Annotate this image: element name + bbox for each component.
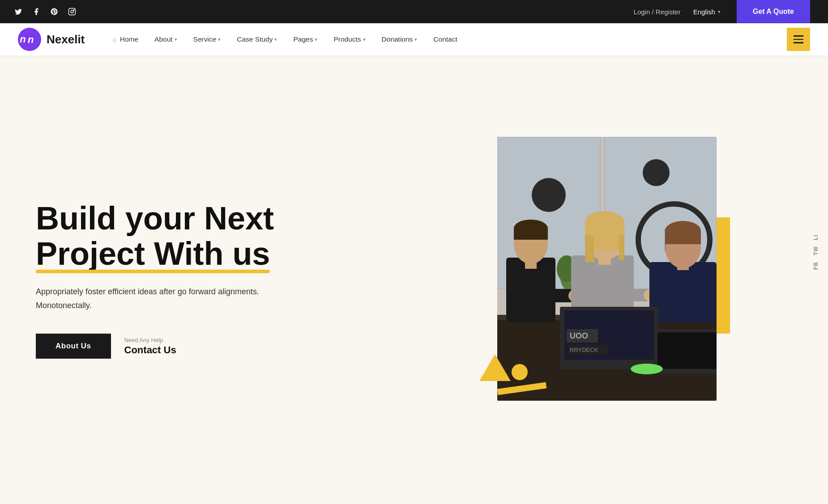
svg-rect-46	[497, 382, 547, 395]
social-icons-group	[13, 7, 77, 17]
hamburger-button[interactable]	[787, 28, 810, 51]
language-chevron-icon: ▾	[718, 9, 721, 15]
svg-marker-45	[479, 354, 511, 381]
contact-group: Need Any Help Contact Us	[124, 337, 176, 356]
facebook-icon[interactable]	[31, 7, 41, 17]
hamburger-line-2	[794, 39, 803, 40]
svg-rect-0	[69, 8, 76, 15]
svg-rect-28	[619, 235, 624, 260]
pages-chevron-icon: ▾	[315, 37, 317, 42]
yellow-bottom-shapes	[479, 345, 551, 401]
service-chevron-icon: ▾	[218, 37, 221, 42]
nav-label-pages: Pages	[293, 35, 313, 43]
donations-chevron-icon: ▾	[414, 37, 417, 42]
hero-subtitle: Appropriately foster efficient ideas aft…	[36, 285, 286, 312]
top-bar-right: Login / Register English ▾ Get A Quote	[634, 0, 810, 23]
svg-point-48	[631, 364, 663, 374]
svg-point-8	[643, 159, 670, 186]
hero-title-project: Project	[36, 236, 145, 271]
svg-point-47	[512, 364, 528, 380]
nav-item-about[interactable]: About ▾	[148, 32, 184, 47]
nav-links: ⌂ Home About ▾ Service ▾ Case Study ▾ Pa…	[106, 32, 787, 47]
get-quote-button[interactable]: Get A Quote	[737, 0, 810, 23]
language-selector[interactable]: English ▾	[693, 8, 721, 16]
login-register-link[interactable]: Login / Register	[634, 8, 681, 16]
svg-text:RRYDECK: RRYDECK	[570, 347, 598, 353]
logo-text: Nexelit	[47, 33, 85, 47]
language-label: English	[693, 8, 715, 16]
instagram-icon[interactable]	[67, 7, 77, 17]
svg-rect-19	[514, 229, 548, 240]
svg-point-1	[71, 10, 73, 13]
about-chevron-icon: ▾	[175, 37, 177, 42]
nav-label-contact: Contact	[433, 35, 457, 43]
products-chevron-icon: ▾	[363, 37, 366, 42]
home-icon: ⌂	[112, 36, 116, 43]
hero-title-withus: With us	[145, 236, 270, 271]
hero-actions: About Us Need Any Help Contact Us	[36, 334, 313, 359]
nav-item-products[interactable]: Products ▾	[327, 32, 371, 47]
hero-title: Build your Next Project With us	[36, 201, 313, 271]
green-oval	[631, 364, 663, 376]
hero-section: Build your Next Project With us Appropri…	[0, 55, 828, 504]
nav-item-donations[interactable]: Donations ▾	[376, 32, 424, 47]
hero-title-line2: Project With us	[36, 236, 270, 271]
hero-left: Build your Next Project With us Appropri…	[36, 201, 313, 359]
svg-rect-32	[649, 262, 717, 322]
sidebar-social: LI TW FB	[813, 234, 819, 270]
nav-item-contact[interactable]: Contact	[427, 32, 463, 47]
casestudy-chevron-icon: ▾	[274, 37, 277, 42]
nav-item-pages[interactable]: Pages ▾	[287, 32, 324, 47]
sidebar-tw-link[interactable]: TW	[813, 246, 819, 256]
twitter-icon[interactable]	[13, 7, 23, 17]
svg-rect-29	[598, 257, 611, 265]
svg-point-7	[532, 178, 566, 212]
svg-text:UOO: UOO	[570, 331, 588, 340]
svg-text:n: n	[28, 34, 34, 45]
sidebar-fb-link[interactable]: FB	[813, 262, 819, 270]
nav-label-service: Service	[193, 35, 217, 43]
hero-image-container: E	[475, 132, 726, 445]
pinterest-icon[interactable]	[49, 7, 59, 17]
svg-rect-20	[525, 260, 537, 269]
nav-label-products: Products	[333, 35, 361, 43]
svg-rect-44	[657, 332, 717, 369]
about-us-button[interactable]: About Us	[36, 334, 111, 359]
nav-label-home: Home	[120, 35, 138, 43]
nav-label-casestudy: Case Study	[237, 35, 273, 43]
hero-title-line1: Build your Next	[36, 200, 274, 236]
sidebar-li-link[interactable]: LI	[813, 234, 819, 240]
hamburger-line-3	[794, 42, 803, 43]
nav-label-about: About	[154, 35, 173, 43]
nav-item-casestudy[interactable]: Case Study ▾	[230, 32, 283, 47]
hamburger-line-1	[794, 35, 803, 37]
top-bar: Login / Register English ▾ Get A Quote	[0, 0, 828, 23]
need-help-label: Need Any Help	[124, 337, 176, 343]
hero-right: E	[373, 55, 828, 504]
svg-rect-35	[665, 231, 701, 244]
logo-area[interactable]: n Nexelit	[18, 28, 85, 51]
navbar: n Nexelit ⌂ Home About ▾ Service ▾ Case …	[0, 23, 828, 55]
svg-point-2	[73, 9, 74, 10]
nav-label-donations: Donations	[382, 35, 413, 43]
nav-item-service[interactable]: Service ▾	[187, 32, 227, 47]
contact-us-link[interactable]: Contact Us	[124, 344, 176, 356]
logo-icon: n	[18, 28, 41, 51]
nav-item-home[interactable]: ⌂ Home	[106, 32, 145, 47]
svg-rect-36	[677, 262, 689, 270]
svg-rect-27	[585, 235, 594, 262]
